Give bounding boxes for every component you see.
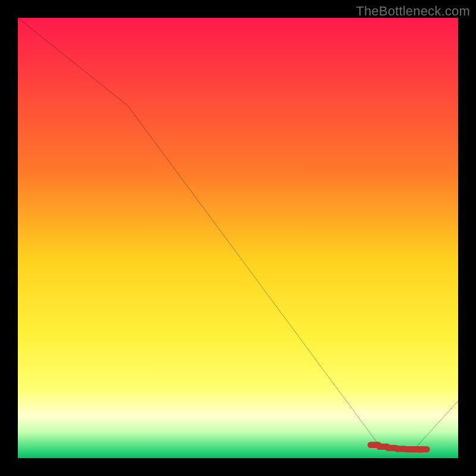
attribution-text: TheBottleneck.com: [356, 4, 470, 19]
background-gradient: [18, 18, 458, 458]
plot-area: [18, 18, 458, 458]
chart-frame: TheBottleneck.com: [0, 0, 476, 476]
svg-rect-0: [18, 18, 458, 458]
